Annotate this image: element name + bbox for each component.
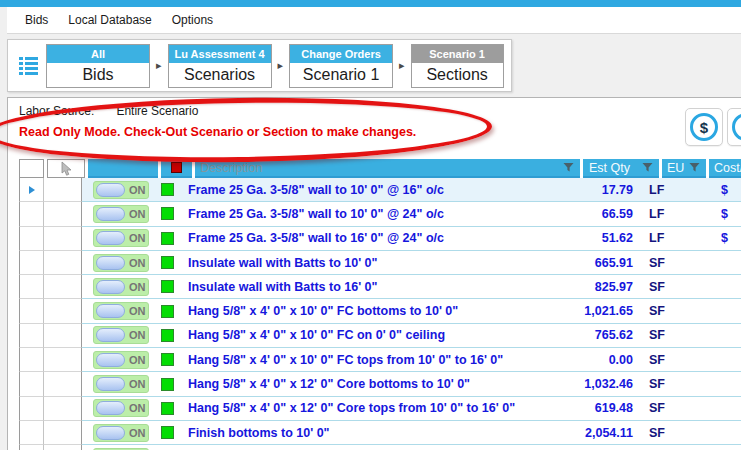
eu-cell[interactable]: SF (644, 372, 688, 396)
cost-cell[interactable]: $ (688, 227, 741, 251)
status-square-icon[interactable] (161, 183, 174, 196)
description-cell[interactable]: Hang 5/8" x 4' 0" x 12' 0" Core bottoms … (183, 372, 568, 396)
status-square-icon[interactable] (161, 353, 174, 366)
cost-cell[interactable] (688, 397, 741, 421)
status-cell (152, 372, 183, 396)
description-cell[interactable]: Finish bottoms to 10' 0" (183, 421, 568, 445)
breadcrumb-button[interactable]: Lu Assessment 4 Scenarios (168, 44, 272, 88)
status-square-icon[interactable] (161, 280, 174, 293)
cost-cell[interactable]: $ (688, 178, 741, 202)
est-qty-cell[interactable]: 0.00 (568, 348, 644, 372)
eu-cell[interactable]: SF (644, 275, 688, 299)
breadcrumb-button[interactable]: Change Orders Scenario 1 (289, 44, 393, 88)
description-cell[interactable]: Hang 5/8" x 4' 0" x 10' 0" FC tops from … (183, 348, 568, 372)
est-qty-cell[interactable]: 1,021.65 (568, 299, 644, 323)
on-toggle[interactable]: ON (93, 351, 149, 369)
description-cell[interactable]: Hang 5/8" x 4' 0" x 10' 0" FC on 0' 0" c… (183, 324, 568, 348)
est-qty-cell[interactable]: 1,032.46 (568, 372, 644, 396)
est-qty-cell[interactable]: 2,054.11 (568, 421, 644, 445)
menu-item[interactable]: Local Database (58, 9, 161, 31)
filter-icon[interactable] (563, 162, 574, 173)
cost-cell[interactable] (688, 372, 741, 396)
on-toggle[interactable]: ON (93, 181, 149, 199)
on-toggle[interactable]: ON (93, 278, 149, 296)
eu-cell[interactable]: SF (644, 324, 688, 348)
on-toggle[interactable]: ON (93, 302, 149, 320)
status-square-icon[interactable] (161, 232, 174, 245)
cost-cell[interactable] (688, 299, 741, 323)
est-qty-cell[interactable]: 665.91 (568, 251, 644, 275)
status-square-icon[interactable] (161, 207, 174, 220)
description-cell[interactable]: Frame 25 Ga. 3-5/8" wall to 10' 0" @ 16"… (183, 178, 568, 202)
cost-cell[interactable] (688, 324, 741, 348)
description-cell[interactable]: Hang 5/8" x 4' 0" x 12' 0" Core tops fro… (183, 397, 568, 421)
description-cell[interactable]: Frame 25 Ga. 3-5/8" wall to 10' 0" @ 24"… (183, 202, 568, 226)
status-square-icon[interactable] (161, 305, 174, 318)
table-row[interactable]: ON Hang 5/8" x 4' 0" x 12' 0" Core botto… (19, 372, 741, 396)
on-toggle[interactable]: ON (93, 399, 149, 417)
est-qty-cell[interactable]: 66.59 (568, 202, 644, 226)
toggle-cell: ON (82, 299, 152, 323)
eu-cell[interactable]: LF (644, 227, 688, 251)
description-cell[interactable]: Hang 5/8" x 4' 0" x 10' 0" FC bottoms to… (183, 299, 568, 323)
cost-cell[interactable]: $ (688, 202, 741, 226)
eu-cell[interactable]: SF (644, 421, 688, 445)
status-square-icon[interactable] (161, 378, 174, 391)
description-cell[interactable]: Frame 25 Ga. 3-5/8" wall to 16' 0" @ 24"… (183, 227, 568, 251)
eu-cell[interactable]: SF (644, 348, 688, 372)
cost-cell[interactable] (688, 348, 741, 372)
table-row[interactable]: ON Finish bottoms to 10' 0" 2,054.11 SF (19, 421, 741, 445)
header-cost[interactable]: Cost/E (709, 159, 741, 178)
est-qty-cell[interactable]: 825.97 (568, 275, 644, 299)
description-cell[interactable]: Insulate wall with Batts to 16' 0" (183, 275, 568, 299)
header-toggle-column[interactable] (88, 159, 158, 178)
header-est-qty[interactable]: Est Qty (583, 159, 659, 178)
cost-settings-button[interactable]: $ (685, 108, 723, 146)
filter-icon[interactable] (689, 162, 700, 173)
table-row[interactable]: ON Frame 25 Ga. 3-5/8" wall to 16' 0" @ … (19, 227, 741, 251)
breadcrumb-button[interactable]: All Bids (46, 44, 150, 88)
header-cursor-column[interactable] (47, 159, 85, 178)
on-toggle[interactable]: ON (93, 375, 149, 393)
cost-cell[interactable] (688, 421, 741, 445)
est-qty-cell[interactable]: 51.62 (568, 227, 644, 251)
on-toggle[interactable]: ON (93, 326, 149, 344)
description-cell[interactable]: Insulate wall with Batts to 10' 0" (183, 251, 568, 275)
eu-cell[interactable]: SF (644, 299, 688, 323)
on-toggle[interactable]: ON (93, 229, 149, 247)
status-square-icon[interactable] (161, 402, 174, 415)
clipped-toolbar-button[interactable] (727, 108, 741, 146)
est-qty-cell[interactable]: 619.48 (568, 397, 644, 421)
on-toggle[interactable]: ON (93, 254, 149, 272)
toggle-knob (96, 353, 125, 367)
table-row[interactable]: ON Hang 5/8" x 4' 0" x 10' 0" FC on 0' 0… (19, 324, 741, 348)
filter-icon[interactable] (642, 162, 653, 173)
row-indicator-cell (19, 397, 44, 421)
header-status-column[interactable] (161, 159, 192, 178)
status-square-icon[interactable] (161, 329, 174, 342)
eu-cell[interactable]: LF (644, 178, 688, 202)
breadcrumb-button[interactable]: Scenario 1 Sections (411, 44, 504, 88)
est-qty-cell[interactable]: 17.79 (568, 178, 644, 202)
eu-cell[interactable]: SF (644, 251, 688, 275)
cost-cell[interactable] (688, 251, 741, 275)
on-toggle[interactable]: ON (93, 205, 149, 223)
eu-cell[interactable]: SF (644, 397, 688, 421)
header-description[interactable]: Description (195, 159, 580, 178)
menu-item[interactable]: Options (162, 9, 223, 31)
status-square-icon[interactable] (161, 256, 174, 269)
status-square-icon[interactable] (161, 426, 174, 439)
table-row[interactable]: ON Frame 25 Ga. 3-5/8" wall to 10' 0" @ … (19, 178, 741, 202)
table-row[interactable]: ON Hang 5/8" x 4' 0" x 10' 0" FC bottoms… (19, 299, 741, 323)
eu-cell[interactable]: LF (644, 202, 688, 226)
table-row[interactable]: ON Insulate wall with Batts to 16' 0" 82… (19, 275, 741, 299)
table-row[interactable]: ON Frame 25 Ga. 3-5/8" wall to 10' 0" @ … (19, 202, 741, 226)
table-row[interactable]: ON Hang 5/8" x 4' 0" x 12' 0" Core tops … (19, 397, 741, 421)
table-row[interactable]: ON Hang 5/8" x 4' 0" x 10' 0" FC tops fr… (19, 348, 741, 372)
cost-cell[interactable] (688, 275, 741, 299)
header-eu[interactable]: EU (662, 159, 706, 178)
on-toggle[interactable]: ON (93, 424, 149, 442)
table-row[interactable]: ON Insulate wall with Batts to 10' 0" 66… (19, 251, 741, 275)
menu-item[interactable]: Bids (18, 9, 58, 31)
est-qty-cell[interactable]: 765.62 (568, 324, 644, 348)
